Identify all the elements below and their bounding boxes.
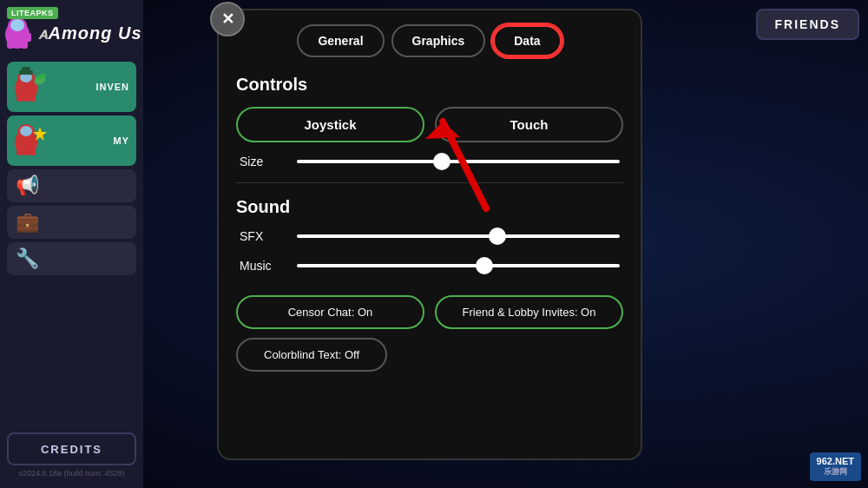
toggle-row-1: Censor Chat: On Friend & Lobby Invites: …	[236, 295, 623, 329]
joystick-button[interactable]: Joystick	[236, 107, 424, 142]
svg-point-17	[20, 126, 32, 136]
tab-general[interactable]: General	[297, 24, 384, 57]
svg-point-2	[10, 19, 24, 31]
size-slider-thumb[interactable]	[433, 153, 450, 170]
controls-section-title: Controls	[236, 75, 623, 95]
size-slider-track[interactable]	[297, 160, 620, 163]
svg-rect-18	[16, 148, 23, 155]
friends-button[interactable]: FRIENDS	[756, 9, 859, 40]
svg-rect-12	[22, 67, 30, 72]
crewmate-logo-icon	[2, 16, 33, 50]
svg-rect-9	[16, 94, 23, 102]
friend-lobby-button[interactable]: Friend & Lobby Invites: On	[435, 295, 623, 329]
briefcase-icon: 💼	[16, 211, 39, 234]
sound-sliders-group: SFX Music	[236, 229, 623, 280]
close-icon: ✕	[221, 11, 234, 27]
megaphone-icon: 📢	[16, 175, 39, 197]
tab-graphics[interactable]: Graphics	[391, 24, 486, 57]
close-button[interactable]: ✕	[210, 2, 245, 36]
music-slider-thumb[interactable]	[476, 257, 493, 274]
touch-button[interactable]: Touch	[435, 107, 623, 142]
version-text: v2024.6.18a (build num: 4528)	[7, 465, 136, 481]
size-slider-row: Size	[236, 155, 623, 168]
sfx-slider-row: SFX	[236, 229, 623, 243]
among-logo-text: ᴀAmong Us	[38, 22, 142, 44]
sfx-slider-thumb[interactable]	[489, 228, 506, 245]
friends-label: FRIENDS	[775, 17, 840, 31]
wrench-icon: 🔧	[16, 247, 39, 270]
my-label: MY	[114, 135, 130, 146]
sidebar-item-my[interactable]: MY	[7, 115, 136, 166]
watermark-sub: 乐游网	[817, 466, 854, 478]
section-divider	[236, 182, 623, 183]
sidebar-navigation: INVEN MY 📢 💼 🔧	[0, 55, 143, 425]
sidebar: LITEAPKS ᴀAmong Us	[0, 0, 143, 488]
sidebar-item-briefcase[interactable]: 💼	[7, 206, 136, 239]
inventory-label: INVEN	[95, 82, 129, 92]
svg-rect-10	[30, 94, 36, 102]
credits-label: CREDITS	[41, 443, 102, 456]
settings-modal: ✕ General Graphics Data Controls Joystic…	[217, 9, 642, 460]
watermark: 962.NET 乐游网	[810, 452, 861, 481]
my-icon	[9, 118, 54, 163]
sidebar-item-wrench[interactable]: 🔧	[7, 242, 136, 275]
inventory-icon	[9, 64, 54, 109]
colorblind-button[interactable]: Colorblind Text: Off	[236, 338, 387, 372]
settings-tabs: General Graphics Data	[236, 24, 623, 57]
size-label: Size	[240, 155, 285, 168]
sidebar-item-inventory[interactable]: INVEN	[7, 62, 136, 112]
svg-rect-19	[30, 148, 36, 155]
sidebar-item-megaphone[interactable]: 📢	[7, 169, 136, 202]
toggle-row-2: Colorblind Text: Off	[236, 338, 623, 372]
control-type-buttons: Joystick Touch	[236, 107, 623, 142]
tab-data[interactable]: Data	[492, 24, 562, 57]
sfx-slider-track[interactable]	[297, 234, 620, 238]
sidebar-bottom: CREDITS v2024.6.18a (build num: 4528)	[0, 425, 143, 488]
music-label: Music	[240, 259, 285, 273]
sfx-label: SFX	[240, 229, 285, 243]
svg-rect-3	[7, 40, 14, 49]
music-slider-row: Music	[236, 259, 623, 273]
watermark-main: 962.NET	[817, 456, 854, 466]
credits-button[interactable]: CREDITS	[7, 432, 136, 465]
svg-rect-5	[24, 33, 31, 42]
sound-section-title: Sound	[236, 197, 623, 217]
censor-chat-button[interactable]: Censor Chat: On	[236, 295, 424, 329]
liteapks-badge: LITEAPKS	[7, 7, 58, 19]
music-slider-track[interactable]	[297, 264, 620, 267]
